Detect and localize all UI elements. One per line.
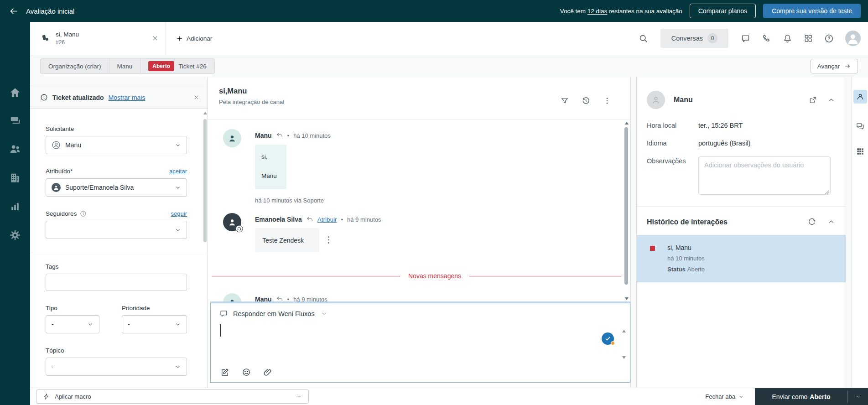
user-avatar[interactable] <box>845 31 861 46</box>
seguidores-label: Seguidores <box>46 210 87 217</box>
chevron-down-icon <box>296 394 302 400</box>
conversation-scrollbar[interactable] <box>624 121 629 300</box>
alert-close-icon[interactable] <box>193 94 199 100</box>
message-bubble: Teste Zendesk <box>255 228 319 252</box>
new-messages-divider: Novas mensagens <box>212 272 621 280</box>
chat-bubbles-icon <box>856 122 865 131</box>
tab-close-icon[interactable] <box>152 35 158 42</box>
channel-selector[interactable]: Responder em Weni Fluxos <box>211 303 630 318</box>
compose-note-icon[interactable] <box>220 368 229 377</box>
apps-tab[interactable] <box>856 147 864 156</box>
svg-text:?: ? <box>827 36 830 41</box>
macro-zap-icon <box>43 393 50 400</box>
message-header: Manu • há 10 minutos <box>255 132 331 139</box>
solicitante-label: Solicitante <box>46 125 74 132</box>
atribuir-link[interactable]: Atribuir <box>317 216 337 223</box>
notification-dot <box>611 341 615 345</box>
message-menu-icon[interactable] <box>325 234 333 246</box>
collapse-icon[interactable] <box>828 218 835 225</box>
apps-grid-icon <box>856 147 864 156</box>
person-icon <box>856 93 864 101</box>
field-tags: Tags <box>46 263 187 291</box>
phone-icon[interactable] <box>759 31 774 46</box>
user-field-row: Hora local ter., 15:26 BRT <box>637 121 846 129</box>
submit-as-open-button[interactable]: Enviar comoAberto <box>755 388 847 405</box>
open-in-new-icon[interactable] <box>809 96 817 104</box>
help-icon[interactable]: ? <box>821 31 837 46</box>
user-panel-tab-active[interactable] <box>853 90 867 104</box>
composer-scrollbar[interactable] <box>622 330 627 359</box>
breadcrumb-organization[interactable]: Organização (criar) <box>41 59 109 73</box>
prioridade-select[interactable]: - <box>122 315 187 333</box>
tipo-label: Tipo <box>46 305 57 312</box>
submit-options-icon[interactable] <box>848 388 868 405</box>
field-value: ter., 15:26 BRT <box>698 121 743 129</box>
topico-select[interactable]: - <box>46 358 187 376</box>
composer-text-area[interactable] <box>218 322 608 363</box>
customers-icon[interactable] <box>9 143 21 155</box>
overflow-menu-icon[interactable] <box>603 96 611 105</box>
ticket-tab[interactable]: si, Manu #26 <box>30 22 166 55</box>
show-more-link[interactable]: Mostrar mais <box>109 94 146 101</box>
conversations-tab[interactable] <box>856 122 865 131</box>
conversation-header: si,Manu Pela integração de canal <box>208 77 630 119</box>
next-button[interactable]: Avançar <box>811 59 858 73</box>
views-icon[interactable] <box>9 114 21 126</box>
search-icon[interactable] <box>636 31 651 46</box>
history-icon[interactable] <box>582 96 590 105</box>
field-label: Idioma <box>647 139 698 147</box>
left-nav-rail <box>0 22 30 405</box>
filter-icon[interactable] <box>561 96 569 105</box>
back-arrow-icon[interactable] <box>9 6 19 16</box>
solicitante-select[interactable]: Manu <box>46 136 187 154</box>
aceitar-link[interactable]: aceitar <box>169 168 187 175</box>
right-apps-rail <box>852 77 868 388</box>
atribuido-select[interactable]: Suporte/Emanoela Silva <box>46 178 187 197</box>
bell-icon[interactable] <box>780 31 795 46</box>
trial-bar: Avaliação inicial Você tem 12 dias resta… <box>0 0 868 22</box>
home-icon[interactable] <box>9 87 21 99</box>
tipo-select[interactable]: - <box>46 315 99 333</box>
attachment-icon[interactable] <box>263 368 272 377</box>
refresh-icon[interactable] <box>808 218 816 226</box>
chat-icon[interactable] <box>738 31 753 46</box>
chevron-down-icon <box>175 184 181 191</box>
left-panel-scrollbar[interactable] <box>203 111 207 385</box>
admin-gear-icon[interactable] <box>10 229 21 241</box>
emoji-icon[interactable] <box>242 368 251 377</box>
user-name: Manu <box>674 96 693 104</box>
tags-input[interactable] <box>46 274 187 291</box>
field-solicitante: Solicitante Manu <box>46 125 187 154</box>
ticket-footer-bar: Aplicar macro Fechar aba Enviar comoAber… <box>30 388 868 405</box>
seguir-link[interactable]: seguir <box>171 210 187 217</box>
collapse-icon[interactable] <box>828 97 835 104</box>
divider <box>30 252 208 252</box>
organizations-icon[interactable] <box>9 172 21 184</box>
chevron-down-icon <box>855 394 861 400</box>
add-tab-button[interactable]: Adicionar <box>166 22 222 55</box>
close-tab-button[interactable]: Fechar aba <box>705 393 744 400</box>
info-icon <box>80 210 87 217</box>
reporting-icon[interactable] <box>10 201 21 212</box>
apps-grid-icon[interactable] <box>801 31 816 46</box>
ticket-updated-alert: Ticket atualizado Mostrar mais <box>30 86 208 109</box>
history-item-selected[interactable]: si, Manu há 10 minutos StatusAberto <box>637 235 846 282</box>
app-header: si, Manu #26 Adicionar Conversas 0 <box>0 22 868 55</box>
observations-textarea[interactable] <box>698 156 831 195</box>
buy-trial-button[interactable]: Compre sua versão de teste <box>763 4 861 18</box>
interaction-history-title: Histórico de interações <box>647 218 728 226</box>
compare-plans-button[interactable]: Comparar planos <box>690 4 756 18</box>
arrow-right-icon <box>844 63 851 69</box>
tags-label: Tags <box>46 263 59 270</box>
breadcrumb-ticket[interactable]: Aberto Ticket #26 <box>140 59 214 73</box>
reply-icon[interactable] <box>276 132 283 139</box>
apply-macro-select[interactable]: Aplicar macro <box>36 389 309 404</box>
conversations-button[interactable]: Conversas 0 <box>660 29 728 48</box>
seguidores-select[interactable] <box>46 221 187 239</box>
reply-icon[interactable] <box>306 216 313 223</box>
plus-icon <box>176 35 183 42</box>
status-badge: Aberto <box>148 61 174 71</box>
trial-days-link[interactable]: 12 dias <box>587 8 608 15</box>
breadcrumb-requester[interactable]: Manu <box>109 59 141 73</box>
info-icon <box>40 93 48 101</box>
